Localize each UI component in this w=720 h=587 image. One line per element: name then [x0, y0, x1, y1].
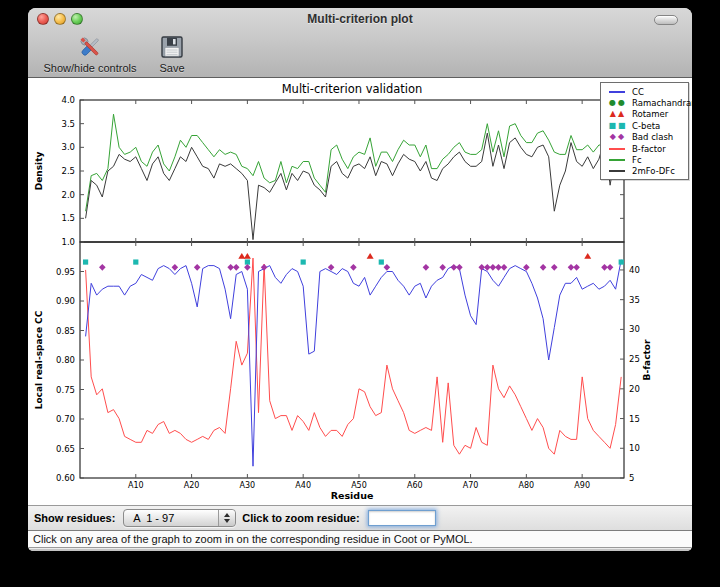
cc-tick-label: 0.75	[56, 385, 75, 395]
legend-line-swatch	[605, 159, 629, 161]
legend-label: Ramachandran	[632, 98, 692, 108]
legend-triangle-icon: ▲▲	[605, 110, 629, 118]
toolbar-toggle-pill-button[interactable]	[654, 15, 678, 25]
cc-tick-label: 0.60	[56, 473, 75, 483]
x-tick-label: A30	[240, 481, 256, 490]
legend-item-cc: CC	[605, 86, 685, 97]
legend-item-b-factor: B-factor	[605, 143, 685, 154]
cc-tick-label: 0.90	[56, 296, 75, 306]
legend-line-swatch	[605, 91, 629, 93]
tools-icon	[76, 33, 104, 61]
legend-label: 2mFo-DFc	[632, 166, 675, 176]
legend-label: Bad clash	[632, 132, 673, 142]
x-tick-label: A60	[407, 481, 423, 490]
legend-item-ramachandran: ●●Ramachandran	[605, 97, 685, 108]
show-hide-controls-button[interactable]: Show/hide controls	[34, 30, 146, 74]
toolbar: Show/hide controls Save	[28, 30, 692, 78]
save-icon	[158, 33, 186, 61]
status-bar: Click on any area of the graph to zoom i…	[28, 530, 692, 548]
control-bar: Show residues: A 1 - 97 Click to zoom re…	[28, 505, 692, 530]
legend-item-fc: Fc	[605, 154, 685, 165]
x-tick-label: A80	[519, 481, 535, 490]
bfactor-tick-label: 10	[629, 443, 640, 453]
multi-criterion-plot[interactable]: Multi-criterion validationDensityLocal r…	[28, 78, 692, 505]
x-tick-label: A50	[351, 481, 367, 490]
cc-tick-label: 0.80	[56, 355, 75, 365]
legend-label: CC	[632, 87, 644, 97]
legend-label: Fc	[632, 155, 642, 165]
legend-label: B-factor	[632, 144, 666, 154]
bfactor-axis-label: B-factor	[642, 339, 652, 380]
density-tick-label: 2.0	[61, 190, 75, 200]
bfactor-tick-label: 40	[629, 265, 640, 275]
chain-range-value: A 1 - 97	[124, 512, 218, 524]
x-tick-label: A40	[295, 481, 311, 490]
legend-label: C-beta	[632, 121, 660, 131]
x-tick-label: A20	[184, 481, 200, 490]
show-residues-label: Show residues:	[34, 512, 115, 524]
zoom-residue-input[interactable]	[368, 510, 436, 526]
bfactor-tick-label: 25	[629, 354, 640, 364]
cc-tick-label: 0.70	[56, 414, 75, 424]
plot-canvas[interactable]: Multi-criterion validationDensityLocal r…	[28, 78, 692, 505]
density-axis-label: Density	[34, 152, 44, 191]
density-tick-label: 4.0	[61, 95, 75, 105]
x-tick-label: A10	[128, 481, 144, 490]
density-tick-label: 2.5	[61, 166, 75, 176]
plot-click-area[interactable]	[80, 100, 624, 478]
bfactor-tick-label: 20	[629, 384, 640, 394]
density-tick-label: 1.5	[61, 213, 75, 223]
zoom-residue-label: Click to zoom residue:	[242, 512, 359, 524]
title-bar[interactable]: Multi-criterion plot	[28, 8, 692, 30]
density-tick-label: 3.0	[61, 142, 75, 152]
legend-item-2mfo-dfc: 2mFo-DFc	[605, 166, 685, 177]
window-footer	[28, 549, 692, 551]
legend-circle-icon: ●●	[605, 99, 629, 107]
window-header: Multi-criterion plot	[28, 8, 692, 78]
legend-label: Rotamer	[632, 109, 668, 119]
cc-axis-label: Local real-space CC	[34, 310, 44, 409]
legend-diamond-icon: ◆◆	[605, 133, 629, 141]
toolbar-button-label: Save	[159, 62, 184, 74]
x-tick-label: A90	[574, 481, 590, 490]
chain-range-select[interactable]: A 1 - 97	[123, 509, 236, 527]
save-button[interactable]: Save	[150, 30, 194, 74]
select-stepper-icon[interactable]	[218, 510, 235, 526]
x-tick-label: A70	[463, 481, 479, 490]
plot-legend: CC●●Ramachandran▲▲Rotamer■■C-beta◆◆Bad c…	[600, 82, 689, 180]
cc-tick-label: 0.65	[56, 444, 75, 454]
legend-square-icon: ■■	[605, 122, 629, 130]
density-tick-label: 3.5	[61, 119, 75, 129]
app-window: Multi-criterion plot	[28, 8, 692, 551]
window-title: Multi-criterion plot	[28, 8, 692, 30]
residue-axis-label: Residue	[331, 490, 374, 501]
legend-item-rotamer: ▲▲Rotamer	[605, 109, 685, 120]
density-tick-label: 1.0	[61, 237, 75, 247]
toolbar-button-label: Show/hide controls	[44, 62, 137, 74]
bfactor-tick-label: 5	[629, 473, 634, 483]
legend-line-swatch	[605, 148, 629, 150]
legend-item-c-beta: ■■C-beta	[605, 120, 685, 131]
cc-tick-label: 0.85	[56, 326, 75, 336]
legend-item-bad-clash: ◆◆Bad clash	[605, 132, 685, 143]
cc-tick-label: 0.95	[56, 267, 75, 277]
bfactor-tick-label: 15	[629, 414, 640, 424]
legend-line-swatch	[605, 170, 629, 172]
bfactor-tick-label: 35	[629, 295, 640, 305]
bfactor-tick-label: 30	[629, 324, 640, 334]
chart-title: Multi-criterion validation	[282, 82, 423, 96]
